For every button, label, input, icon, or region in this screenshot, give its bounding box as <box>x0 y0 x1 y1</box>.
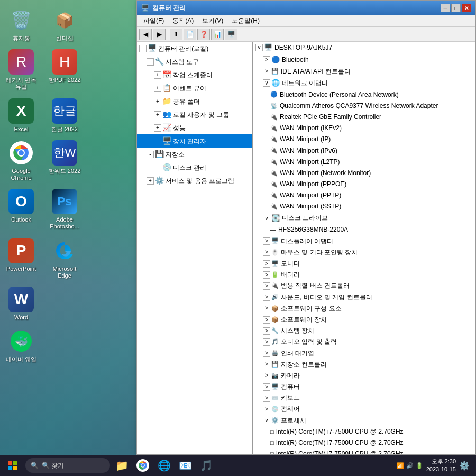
device-usb[interactable]: > 🔌 범용 직렬 버스 컨트롤러 <box>253 280 475 291</box>
device-firmware[interactable]: > 💿 펌웨어 <box>253 404 475 415</box>
device-mouse-expand[interactable]: > <box>263 249 270 256</box>
device-monitor[interactable]: > 🖥️ 모니터 <box>253 258 475 269</box>
device-proc-expand[interactable]: v <box>263 417 270 424</box>
network-tray-icon[interactable]: 📶 <box>397 462 404 469</box>
forward-button[interactable]: ▶ <box>153 29 166 40</box>
maximize-button[interactable]: □ <box>451 4 461 12</box>
menu-file[interactable]: 파일(F) <box>139 15 168 26</box>
hanword-icon[interactable]: 한W 한워드 2022 <box>43 137 86 185</box>
device-wan-pppoe[interactable]: 🔌 WAN Miniport (PPPOE) <box>253 179 475 190</box>
device-camera-expand[interactable]: > <box>263 372 270 379</box>
hangul-icon[interactable]: 한글 한글 2022 <box>43 95 86 136</box>
tree-perf-expand[interactable]: + <box>154 124 161 132</box>
tree-disk-management[interactable]: 💿 디스크 관리 <box>137 161 252 174</box>
device-qualcomm[interactable]: 📡 Qualcomm Atheros QCA9377 Wireless Netw… <box>253 100 475 112</box>
taskbar-file-explorer[interactable]: 📁 <box>112 456 131 475</box>
taskbar-mail[interactable]: 📧 <box>176 456 195 475</box>
device-network-expand[interactable]: v <box>263 79 270 87</box>
device-bluetooth[interactable]: > 🔵 Bluetooth <box>253 54 475 66</box>
tree-task-expand[interactable]: + <box>154 71 161 79</box>
settings-tray-icon[interactable]: ⚙️ <box>459 461 470 471</box>
help-toolbar-button[interactable]: ❓ <box>197 29 210 40</box>
menu-action[interactable]: 동작(A) <box>168 15 198 26</box>
device-realtek[interactable]: 🔌 Realtek PCIe GbE Family Controller <box>253 112 475 123</box>
device-disk-expand[interactable]: v <box>263 215 270 222</box>
device-mouse[interactable]: > 🖱️ 마우스 및 기타 포인팅 장치 <box>253 247 475 258</box>
taskbar-music[interactable]: 🎵 <box>197 456 216 475</box>
device-hdd-model[interactable]: — HFS256G38MNB-2200A <box>253 224 475 235</box>
tree-performance[interactable]: + 📈 성능 <box>137 121 252 134</box>
device-usb-expand[interactable]: > <box>263 282 270 290</box>
menu-help[interactable]: 도움말(H) <box>227 15 264 26</box>
device-swdev-expand[interactable]: > <box>263 316 270 324</box>
device-display[interactable]: > 🖥️ 디스플레이 어댑터 <box>253 236 475 247</box>
back-button[interactable]: ◀ <box>139 29 152 40</box>
device-display-expand[interactable]: > <box>263 237 270 245</box>
close-button[interactable]: ✕ <box>462 4 471 12</box>
outlook-icon[interactable]: O Outlook <box>0 186 42 233</box>
device-sw-device[interactable]: > 📦 소프트웨어 장치 <box>253 314 475 325</box>
device-wan-l2tp[interactable]: 🔌 WAN Miniport (L2TP) <box>253 157 475 168</box>
battery-tray-icon[interactable]: 🔋 <box>416 462 423 469</box>
device-battery[interactable]: > 🔋 배터리 <box>253 269 475 280</box>
device-audioio-expand[interactable]: > <box>263 338 270 346</box>
tree-event-viewer[interactable]: + 📋 이벤트 뷰어 <box>137 81 252 95</box>
device-disk-drive[interactable]: v 💽 디스크 드라이브 <box>253 213 475 225</box>
device-wan-netmon[interactable]: 🔌 WAN Miniport (Network Monitor) <box>253 168 475 179</box>
tree-users-expand[interactable]: + <box>154 111 161 118</box>
naver-icon[interactable]: 🐳 네이버 웨일 <box>0 325 42 366</box>
photoshop-icon[interactable]: Ps Adobe Photosho... <box>43 186 86 233</box>
device-computer-root[interactable]: v 🖥️ DESKTOP-9AJK5J7 <box>253 42 475 54</box>
device-keyboard-expand[interactable]: > <box>263 395 270 402</box>
tree-shared-expand[interactable]: + <box>154 98 161 105</box>
device-wan-sstp[interactable]: 🔌 WAN Miniport (SSTP) <box>253 201 475 212</box>
device-bluetooth-expand[interactable]: > <box>263 56 270 63</box>
device-sound[interactable]: > 🔊 사운드, 비디오 및 게임 컨트롤러 <box>253 292 475 303</box>
tree-services[interactable]: + ⚙️ 서비스 및 응용 프로그램 <box>137 174 252 187</box>
tree-event-expand[interactable]: + <box>154 85 161 92</box>
device-cpu-1[interactable]: □ Intel(R) Core(TM) i7-7500U CPU @ 2.70G… <box>253 426 475 437</box>
system-clock[interactable]: 오후 2:30 2023-10-15 <box>426 457 456 474</box>
device-network[interactable]: v 🌐 네트워크 어댑터 <box>253 77 475 89</box>
device-ide-expand[interactable]: > <box>263 68 270 75</box>
tree-shared-folders[interactable]: + 📁 공유 폴더 <box>137 95 252 108</box>
device-audio-io[interactable]: > 🎵 오디오 입력 및 출력 <box>253 336 475 347</box>
tree-root-expand[interactable]: - <box>139 45 147 52</box>
tree-storage-expand[interactable]: - <box>147 151 154 158</box>
device-swcomp-expand[interactable]: > <box>263 305 270 312</box>
device-bt-personal[interactable]: 🔵 Bluetooth Device (Personal Area Networ… <box>253 89 475 100</box>
device-keyboard[interactable]: > ⌨️ 키보드 <box>253 392 475 404</box>
device-sw-comp[interactable]: > 📦 소프트웨어 구성 요소 <box>253 303 475 314</box>
volume-tray-icon[interactable]: 🔊 <box>406 462 414 469</box>
tree-task-scheduler[interactable]: + 📅 작업 스케줄러 <box>137 68 252 81</box>
device-ide[interactable]: > 💾 IDE ATA/ATAPI 컨트롤러 <box>253 66 475 77</box>
device-print-expand[interactable]: > <box>263 350 270 357</box>
device-storagectrl-expand[interactable]: > <box>263 361 270 368</box>
device-wan-ikev2[interactable]: 🔌 WAN Miniport (IKEv2) <box>253 123 475 134</box>
tree-storage[interactable]: - 💾 저장소 <box>137 148 252 161</box>
device-battery-expand[interactable]: > <box>263 271 270 279</box>
monitor-button[interactable]: 🖥️ <box>225 29 237 40</box>
device-cpu-2[interactable]: □ Intel(R) Core(TM) i7-7500U CPU @ 2.70G… <box>253 437 475 448</box>
device-firmware-expand[interactable]: > <box>263 406 270 413</box>
excel-icon[interactable]: X Excel <box>0 95 42 136</box>
device-root-expand[interactable]: v <box>255 44 263 51</box>
search-bar[interactable]: 🔍 🔍 찾기 <box>25 458 110 473</box>
device-processor[interactable]: v ⚙️ 프로세서 <box>253 415 475 426</box>
menu-view[interactable]: 보기(V) <box>198 15 227 26</box>
export-button[interactable]: 📊 <box>211 29 224 40</box>
word-icon[interactable]: W Word <box>0 283 42 324</box>
device-wan-ipv6[interactable]: 🔌 WAN Miniport (IPv6) <box>253 145 475 157</box>
device-sys-device[interactable]: > 🔧 시스템 장치 <box>253 325 475 336</box>
registry-icon[interactable]: R 레거시 편독 유틸 <box>0 46 42 94</box>
device-compnode-expand[interactable]: > <box>263 383 270 391</box>
recycle-bin-icon[interactable]: 🗑️ 휴지통 <box>0 4 42 45</box>
device-computer-node[interactable]: > 🖥️ 컴퓨터 <box>253 381 475 392</box>
tree-device-manager[interactable]: 🖥️ 장치 관리자 <box>137 134 252 148</box>
minimize-button[interactable]: ─ <box>441 4 450 12</box>
tree-local-users[interactable]: + 👥 로컬 사용자 및 그룹 <box>137 108 252 121</box>
device-sound-expand[interactable]: > <box>263 294 270 301</box>
taskbar-chrome[interactable] <box>133 456 152 475</box>
up-button[interactable]: ⬆ <box>170 29 182 40</box>
tree-system-tools[interactable]: - 🔧 시스템 도구 <box>137 55 252 68</box>
